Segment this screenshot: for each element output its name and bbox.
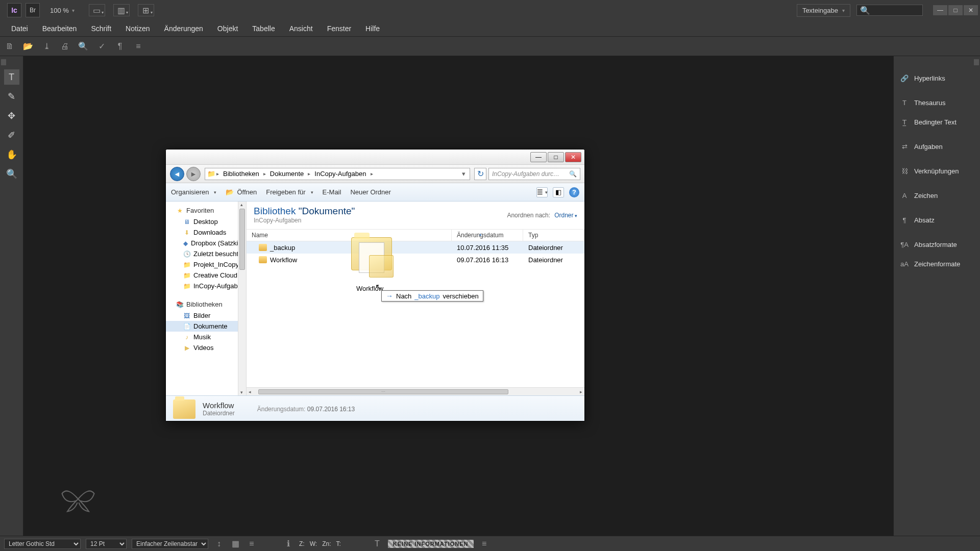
open-doc-icon[interactable]: 📂 (22, 41, 34, 52)
zoom-tool[interactable]: 🔍 (4, 166, 19, 182)
sidebar-item-downloads[interactable]: ⬇Downloads (166, 227, 246, 238)
view-icon-2[interactable]: ▥ (113, 4, 130, 16)
app-maximize-button[interactable]: □ (948, 5, 963, 15)
position-tool[interactable]: ✥ (4, 108, 19, 123)
menu-notizen[interactable]: Notizen (118, 20, 157, 36)
view-mode-button[interactable]: ☰ (536, 187, 548, 197)
leading-select[interactable]: Einfacher Zeilenabstand (132, 539, 208, 549)
more-icon[interactable]: ≡ (133, 41, 144, 52)
align-icon-2[interactable]: ▦ (230, 538, 241, 549)
panel-conditional-text[interactable]: T̲Bedingter Text (894, 112, 980, 132)
preview-pane-button[interactable]: ◧ (553, 187, 564, 197)
explorer-titlebar[interactable]: — □ ✕ (166, 149, 584, 165)
panel-aufgaben[interactable]: ⇄Aufgaben (894, 137, 980, 156)
menu-hilfe[interactable]: Hilfe (358, 20, 387, 36)
panel-char-styles[interactable]: aAZeichenformate (894, 254, 980, 273)
nav-back-button[interactable]: ◄ (170, 167, 184, 181)
print-icon[interactable]: 🖨 (59, 41, 70, 52)
sort-control[interactable]: Anordnen nach: Ordner (507, 212, 577, 219)
find-icon[interactable]: 🔍 (78, 41, 89, 52)
new-folder-button[interactable]: Neuer Ordner (350, 188, 390, 196)
sidebar-item-dokumente[interactable]: 📄Dokumente (166, 321, 246, 332)
details-meta: Änderungsdatum: 09.07.2016 16:13 (257, 406, 355, 413)
sidebar-item-musik[interactable]: ♪Musik (166, 332, 246, 342)
menu-tabelle[interactable]: Tabelle (245, 20, 282, 36)
open-button[interactable]: 📂Öffnen (226, 188, 257, 196)
menu-datei[interactable]: Datei (4, 20, 35, 36)
sidebar-item-dropbox[interactable]: ◆Dropbox (Satzkist (166, 238, 246, 248)
content-h-scrollbar[interactable]: ⋯ (247, 387, 584, 395)
panel-links[interactable]: ⛓Verknüpfungen (894, 161, 980, 181)
panel-paragraph[interactable]: ¶Absatz (894, 210, 980, 230)
menu-schrift[interactable]: Schrift (84, 20, 118, 36)
pilcrow-icon[interactable]: ¶ (114, 41, 126, 52)
bridge-icon[interactable]: Br (26, 3, 40, 17)
breadcrumb-seg-1[interactable]: Dokumente (267, 170, 307, 178)
font-select[interactable]: Letter Gothic Std (4, 539, 81, 549)
sidebar-item-incopy[interactable]: 📁InCopy-Aufgaben (166, 281, 246, 291)
text-tool[interactable]: T (4, 69, 19, 85)
view-icon-3[interactable]: ⊞ (138, 4, 154, 16)
file-row-workflow[interactable]: Workflow 09.07.2016 16:13 Dateiordner (247, 254, 584, 266)
sidebar-item-bilder[interactable]: 🖼Bilder (166, 310, 246, 321)
email-button[interactable]: E-Mail (323, 188, 341, 196)
breadcrumb-dropdown[interactable]: ▾ (460, 170, 468, 178)
organize-button[interactable]: Organisieren (171, 188, 216, 196)
sidebar-item-cc[interactable]: 📁Creative Cloud File (166, 270, 246, 281)
panel-character[interactable]: AZeichen (894, 186, 980, 205)
open-icon: 📂 (226, 188, 234, 196)
menu-objekt[interactable]: Objekt (210, 20, 245, 36)
align-icon-1[interactable]: ↕ (213, 538, 225, 549)
col-type[interactable]: Typ (523, 230, 584, 241)
tools-expand-tab[interactable] (1, 59, 6, 65)
file-row-backup[interactable]: _backup 10.07.2016 11:35 Dateiordner (247, 241, 584, 254)
sidebar-item-desktop[interactable]: 🖥Desktop (166, 216, 246, 227)
menu-bearbeiten[interactable]: Bearbeiten (35, 20, 84, 36)
eyedropper-tool[interactable]: ✐ (4, 128, 19, 143)
breadcrumb-seg-2[interactable]: InCopy-Aufgaben (311, 170, 369, 178)
help-icon[interactable]: ? (569, 187, 579, 197)
share-button[interactable]: Freigeben für (266, 188, 313, 196)
search-icon[interactable]: 🔍 (569, 170, 577, 178)
new-doc-icon[interactable]: 🗎 (4, 41, 15, 52)
more-icon[interactable]: ≡ (246, 538, 257, 549)
sidebar-scrollbar[interactable] (238, 202, 246, 395)
app-minimize-button[interactable]: — (933, 5, 947, 15)
explorer-maximize-button[interactable]: □ (548, 152, 564, 162)
explorer-minimize-button[interactable]: — (530, 152, 547, 162)
panel-thesaurus[interactable]: TThesaurus (894, 93, 980, 112)
nav-forward-button[interactable]: ► (186, 167, 201, 181)
hand-tool[interactable]: ✋ (4, 147, 19, 162)
menu-bar: Datei Bearbeiten Schrift Notizen Änderun… (0, 20, 980, 37)
col-date[interactable]: Änderungsdatum (452, 230, 523, 241)
breadcrumb[interactable]: 📁 ▸ Bibliotheken ▸ Dokumente ▸ InCopy-Au… (205, 168, 470, 180)
view-icon-1[interactable]: ▭ (89, 4, 105, 16)
zoom-level[interactable]: 100 % (44, 7, 81, 14)
font-size-select[interactable]: 12 Pt (86, 539, 127, 549)
more-icon-2[interactable]: ≡ (479, 538, 490, 549)
sidebar-favorites[interactable]: ★Favoriten (166, 205, 246, 216)
explorer-close-button[interactable]: ✕ (565, 152, 581, 162)
sidebar-item-projekt[interactable]: 📁Projekt_InCopy (166, 259, 246, 270)
menu-ansicht[interactable]: Ansicht (282, 20, 320, 36)
menu-aenderungen[interactable]: Änderungen (157, 20, 210, 36)
col-name[interactable]: Name▴ (247, 230, 452, 241)
app-search-input[interactable]: 🔍 (856, 5, 923, 16)
save-icon[interactable]: ⤓ (41, 41, 52, 52)
note-tool[interactable]: ✎ (4, 89, 19, 104)
workspace-mode[interactable]: Texteingabe (797, 4, 850, 17)
panels-expand-tab[interactable] (974, 59, 979, 65)
info-icon[interactable]: ℹ (283, 538, 294, 549)
text-frame-icon[interactable]: T (372, 538, 383, 549)
panel-hyperlinks[interactable]: 🔗Hyperlinks (894, 68, 980, 88)
sidebar-item-videos[interactable]: ▶Videos (166, 342, 246, 353)
breadcrumb-seg-0[interactable]: Bibliotheken (220, 170, 262, 178)
panel-para-styles[interactable]: ¶AAbsatzformate (894, 235, 980, 254)
menu-fenster[interactable]: Fenster (320, 20, 358, 36)
app-close-button[interactable]: ✕ (964, 5, 978, 15)
spellcheck-icon[interactable]: ✓ (96, 41, 107, 52)
refresh-button[interactable]: ↻ (474, 168, 486, 180)
sidebar-item-recent[interactable]: 🕓Zuletzt besucht (166, 248, 246, 259)
sidebar-libraries[interactable]: 📚Bibliotheken (166, 298, 246, 310)
explorer-search-input[interactable]: InCopy-Aufgaben durc… 🔍 (488, 168, 580, 180)
